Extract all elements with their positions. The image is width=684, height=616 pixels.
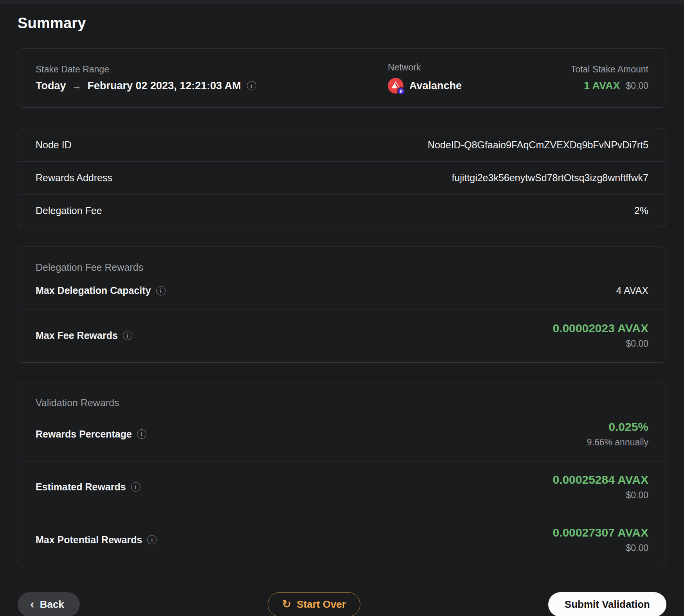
info-icon[interactable]: i	[131, 482, 140, 492]
info-icon[interactable]: i	[247, 81, 256, 90]
total-stake-amount: 1 AVAX	[584, 80, 620, 92]
estimated-rewards-label: Estimated Rewards i	[36, 481, 140, 493]
max-delegation-capacity-text: Max Delegation Capacity	[36, 285, 151, 296]
row-max-potential-rewards: Max Potential Rewards i 0.00027307 AVAX …	[18, 514, 666, 567]
rewards-percentage-value: 0.025%	[587, 420, 648, 434]
total-stake-block: Total Stake Amount 1 AVAX $0.00	[571, 64, 648, 92]
footer-actions: ‹ Back ↻ Start Over Submit Validation	[18, 592, 666, 616]
total-stake-usd: $0.00	[626, 81, 648, 91]
max-delegation-capacity-value: 4 AVAX	[616, 285, 648, 296]
arrow-right-icon: →	[72, 80, 82, 92]
max-fee-rewards-value: 0.00002023 AVAX	[553, 322, 648, 335]
network-name: Avalanche	[409, 80, 462, 92]
start-over-button-label: Start Over	[297, 598, 346, 611]
node-id-value: NodeID-Q8Gfaaio9FAqCmZVEXDq9bFvNPvDi7rt5	[428, 139, 648, 151]
chevron-left-icon: ‹	[30, 598, 34, 610]
max-potential-rewards-label: Max Potential Rewards i	[36, 534, 157, 546]
table-row-rewards-address: Rewards Address fujittgi2e3k56enytwSd78r…	[18, 161, 666, 194]
row-max-delegation-capacity: Max Delegation Capacity i 4 AVAX	[18, 273, 666, 310]
max-potential-rewards-value: 0.00027307 AVAX	[553, 526, 648, 539]
row-rewards-percentage: Rewards Percentage i 0.025% 9.66% annual…	[18, 409, 666, 461]
estimated-rewards-value-block: 0.00025284 AVAX $0.00	[553, 473, 648, 501]
rewards-address-label: Rewards Address	[36, 172, 112, 184]
max-potential-rewards-value-block: 0.00027307 AVAX $0.00	[553, 526, 648, 553]
max-fee-rewards-value-block: 0.00002023 AVAX $0.00	[553, 322, 648, 349]
top-edge-strip	[0, 0, 684, 4]
total-stake-value: 1 AVAX $0.00	[571, 80, 648, 92]
delegation-fee-value: 2%	[634, 205, 648, 216]
start-over-button[interactable]: ↻ Start Over	[268, 592, 360, 616]
avalanche-network-icon: P	[388, 78, 403, 94]
info-icon[interactable]: i	[147, 535, 157, 544]
max-fee-rewards-label: Max Fee Rewards i	[36, 330, 132, 341]
total-stake-label: Total Stake Amount	[571, 64, 648, 75]
page-title: Summary	[18, 15, 666, 32]
max-potential-rewards-usd: $0.00	[553, 543, 648, 553]
delegation-fee-rewards-card: Delegation Fee Rewards Max Delegation Ca…	[18, 247, 666, 363]
back-button-label: Back	[40, 598, 64, 611]
submit-validation-label: Submit Validation	[565, 598, 650, 611]
rewards-percentage-annual: 9.66% annually	[587, 437, 648, 448]
rewards-percentage-value-block: 0.025% 9.66% annually	[587, 420, 648, 448]
refresh-icon: ↻	[282, 599, 291, 610]
p-chain-badge: P	[397, 87, 405, 95]
max-fee-rewards-usd: $0.00	[553, 339, 648, 349]
validation-rewards-card: Validation Rewards Rewards Percentage i …	[18, 382, 666, 567]
info-icon[interactable]: i	[137, 429, 146, 439]
node-id-label: Node ID	[36, 139, 72, 151]
stake-from: Today	[36, 80, 66, 92]
rewards-address-value: fujittgi2e3k56enytwSd78rtOtsq3izg8wnftff…	[452, 172, 648, 184]
overview-card: Stake Date Range Today → February 02 202…	[18, 48, 666, 108]
row-max-fee-rewards: Max Fee Rewards i 0.00002023 AVAX $0.00	[18, 310, 666, 362]
max-potential-rewards-text: Max Potential Rewards	[36, 534, 142, 546]
info-icon[interactable]: i	[156, 286, 166, 295]
network-block: Network P Avalanche	[388, 62, 571, 94]
network-label: Network	[388, 62, 571, 73]
table-row-node-id: Node ID NodeID-Q8Gfaaio9FAqCmZVEXDq9bFvN…	[18, 128, 666, 161]
delegation-fee-label: Delegation Fee	[36, 205, 102, 216]
rewards-percentage-text: Rewards Percentage	[36, 429, 132, 440]
stake-date-range-label: Stake Date Range	[36, 64, 388, 75]
stake-to: February 02 2023, 12:21:03 AM	[88, 80, 241, 92]
info-icon[interactable]: i	[123, 331, 132, 340]
delegation-fee-rewards-title: Delegation Fee Rewards	[18, 247, 666, 273]
validation-rewards-title: Validation Rewards	[18, 382, 666, 409]
back-button[interactable]: ‹ Back	[18, 592, 80, 616]
row-estimated-rewards: Estimated Rewards i 0.00025284 AVAX $0.0…	[18, 461, 666, 514]
stake-date-range-value: Today → February 02 2023, 12:21:03 AM i	[36, 80, 388, 92]
table-row-delegation-fee: Delegation Fee 2%	[18, 194, 666, 227]
estimated-rewards-value: 0.00025284 AVAX	[553, 473, 648, 486]
max-fee-rewards-text: Max Fee Rewards	[36, 330, 118, 341]
stake-date-range-block: Stake Date Range Today → February 02 202…	[36, 64, 388, 92]
estimated-rewards-text: Estimated Rewards	[36, 481, 126, 493]
submit-validation-button[interactable]: Submit Validation	[548, 592, 666, 616]
network-value: P Avalanche	[388, 78, 571, 94]
details-card: Node ID NodeID-Q8Gfaaio9FAqCmZVEXDq9bFvN…	[18, 128, 666, 227]
estimated-rewards-usd: $0.00	[553, 490, 648, 501]
max-delegation-capacity-label: Max Delegation Capacity i	[36, 285, 166, 296]
rewards-percentage-label: Rewards Percentage i	[36, 429, 146, 440]
